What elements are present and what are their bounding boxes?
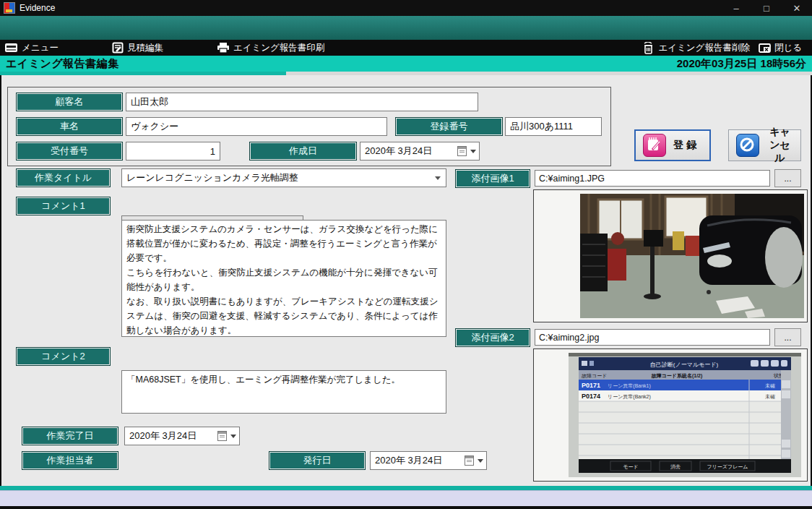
issue-date-picker[interactable]: 2020年 3月24日: [370, 451, 487, 470]
diag-row1-status: 未確: [765, 383, 775, 388]
document-edit-icon: [112, 42, 124, 54]
customer-name-input[interactable]: 山田太郎: [126, 93, 478, 111]
evidence-window: Evidence – □ ✕ メニュー 見積編集 エイミング報告書印刷 エイミン…: [0, 0, 812, 509]
receipt-number-label: 受付番号: [16, 142, 123, 161]
diag-row2-name: リーン異常(Bank2): [608, 394, 651, 400]
app-icon: [4, 2, 15, 14]
garage-photo: [580, 194, 804, 318]
cancel-slash-icon: [736, 134, 759, 157]
diag-col-code: 故障コード: [582, 373, 607, 379]
diag-row2-status: 未確: [765, 394, 775, 399]
diag-title: 自己診断(ノーマルモード): [650, 362, 719, 368]
calendar-icon: [465, 455, 474, 466]
attachment2-path-input[interactable]: C:¥aiming2.jpg: [535, 329, 770, 346]
work-title-label: 作業タイトル: [16, 168, 111, 187]
attachment1-path-input[interactable]: C:¥aiming1.JPG: [535, 170, 770, 187]
title-bar: Evidence – □ ✕: [0, 0, 812, 16]
page-title: エイミング報告書編集: [6, 57, 119, 71]
work-complete-date-picker[interactable]: 2020年 3月24日: [124, 427, 240, 445]
comment2-textarea[interactable]: 「MA68JSET」を使用し、エーミング再調整作業が完了しました。: [121, 370, 446, 414]
chevron-down-icon: [435, 176, 441, 180]
close-box-icon: [759, 43, 771, 54]
status-bar: [0, 490, 812, 506]
calendar-icon: [217, 431, 227, 441]
comment1-label: コメント1: [16, 197, 111, 215]
maximize-icon[interactable]: □: [751, 0, 782, 16]
toolbar-menu-button[interactable]: メニュー: [0, 40, 63, 56]
close-icon[interactable]: ✕: [782, 0, 812, 16]
diagnostic-screen-photo: 自己診断(ノーマルモード) 故障コード 故障コード系統名(1/2) 状態 P01…: [569, 353, 801, 477]
header-underline: [0, 72, 286, 75]
attachment2-browse-button[interactable]: ...: [774, 328, 801, 346]
minimize-icon[interactable]: –: [721, 0, 751, 16]
work-title-combobox[interactable]: レーンレコグニッションカメラ光軸調整: [121, 168, 446, 187]
diag-row1-name: リーン異常(Bank1): [608, 383, 651, 389]
car-name-label: 車名: [16, 117, 123, 136]
cancel-button[interactable]: キャンセル: [728, 129, 801, 161]
bottom-border: [0, 506, 812, 509]
car-name-input[interactable]: ヴォクシー: [126, 117, 387, 136]
trash-icon: [642, 42, 655, 54]
comment1-textarea[interactable]: 衝突防止支援システムのカメラ・センサーは、ガラス交換などを行った際に搭載位置が僅…: [121, 220, 446, 337]
register-button[interactable]: 登 録: [634, 129, 711, 161]
header-datetime: 2020年03月25日 18時56分: [677, 57, 806, 71]
calendar-icon: [457, 146, 467, 156]
attachment2-label: 添付画像2: [455, 328, 530, 347]
staff-label: 作業担当者: [22, 451, 118, 470]
toolbar-print-report-button[interactable]: エイミング報告書印刷: [212, 40, 329, 56]
registration-number-input[interactable]: 品川300あ1111: [505, 117, 602, 136]
created-date-label: 作成日: [249, 142, 357, 161]
toolbar: メニュー 見積編集 エイミング報告書印刷 エイミング報告書削除 閉じる: [0, 40, 812, 56]
issue-date-label: 発行日: [269, 451, 366, 470]
attachment1-image-frame: [533, 189, 808, 322]
window-title: Evidence: [20, 3, 55, 13]
menu-icon: [4, 43, 18, 53]
diag-row1-code: P0171: [582, 382, 600, 389]
register-notepad-icon: [643, 134, 666, 157]
attachment1-label: 添付画像1: [455, 169, 530, 188]
registration-number-label: 登録番号: [395, 117, 503, 136]
attachment1-browse-button[interactable]: ...: [774, 169, 801, 187]
receipt-number-input[interactable]: 1: [126, 142, 220, 161]
diag-btn-freezeframe: フリーズフレーム: [707, 464, 748, 469]
toolbar-delete-report-button[interactable]: エイミング報告書削除: [638, 40, 753, 56]
chevron-down-icon: [478, 459, 483, 463]
work-complete-date-label: 作業完了日: [22, 427, 118, 445]
chevron-down-icon: [230, 435, 236, 438]
attachment2-image-frame: 自己診断(ノーマルモード) 故障コード 故障コード系統名(1/2) 状態 P01…: [533, 348, 808, 482]
page-header: エイミング報告書編集 2020年03月25日 18時56分: [0, 56, 812, 72]
chevron-down-icon: [470, 150, 476, 153]
toolbar-estimate-edit-button[interactable]: 見積編集: [108, 40, 168, 56]
printer-icon: [217, 42, 230, 54]
toolbar-close-button[interactable]: 閉じる: [754, 40, 806, 56]
teal-band: [0, 16, 812, 40]
diag-btn-mode: モード: [623, 464, 638, 469]
diag-row2-code: P0174: [582, 393, 600, 400]
comment2-label: コメント2: [16, 347, 111, 366]
diag-btn-erase: 消去: [670, 464, 681, 470]
customer-name-label: 顧客名: [16, 93, 123, 111]
diag-col-name: 故障コード系統名(1/2): [651, 373, 703, 379]
created-date-picker[interactable]: 2020年 3月24日: [360, 142, 480, 161]
